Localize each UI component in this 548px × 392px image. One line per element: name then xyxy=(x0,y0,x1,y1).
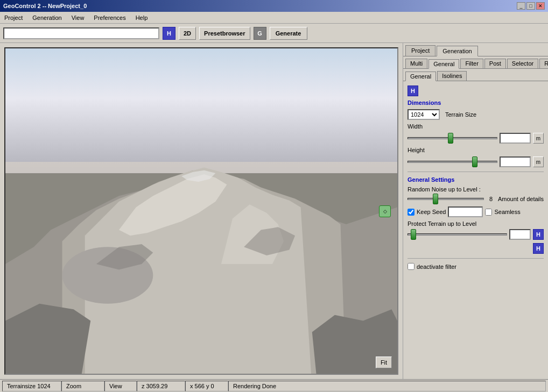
window-controls: _ □ ✕ xyxy=(517,2,545,10)
height-row: Height xyxy=(408,147,544,153)
status-z: z 3059.29 xyxy=(137,381,185,391)
protect-slider-container xyxy=(408,230,507,239)
seamless-label: Seamless xyxy=(494,209,520,215)
toolbar: H 2D Presetbrowser G Generate xyxy=(0,24,548,43)
extra-h-button[interactable]: H xyxy=(533,243,544,254)
height-unit-button[interactable]: m xyxy=(533,156,544,167)
random-noise-slider-track xyxy=(408,198,484,200)
dimensions-header: Dimensions xyxy=(408,99,544,106)
svg-marker-9 xyxy=(5,304,90,375)
tab-filter[interactable]: Filter xyxy=(460,59,483,68)
random-noise-slider-container xyxy=(408,195,484,203)
seamless-checkbox[interactable] xyxy=(485,209,492,216)
tab-isolines[interactable]: Isolines xyxy=(437,71,467,81)
2d-button[interactable]: 2D xyxy=(179,27,196,40)
generate-button[interactable]: Generate xyxy=(270,27,307,40)
title-bar: GeoControl 2 -- NewProject_0 _ □ ✕ xyxy=(0,0,548,12)
height-slider-track xyxy=(408,161,497,163)
width-slider-container xyxy=(408,134,497,142)
deactivate-filter-label: deactivate filter xyxy=(417,263,456,270)
deactivate-filter-checkbox[interactable] xyxy=(408,263,414,270)
protect-input[interactable]: 1 xyxy=(509,229,531,240)
width-unit-button[interactable]: m xyxy=(533,133,544,144)
height-control-row: 30000 m xyxy=(408,156,544,167)
tabs-third: General Isolines xyxy=(403,69,548,81)
tabs-second: Multi General Filter Post Selector Rende… xyxy=(403,56,548,69)
random-noise-value: 8 xyxy=(489,196,493,202)
g-button[interactable]: G xyxy=(254,27,266,40)
random-noise-control-row: 8 Amount of details xyxy=(408,195,544,203)
status-view: View xyxy=(104,381,137,391)
deactivate-filter-row: deactivate filter xyxy=(408,263,544,270)
width-row: Width xyxy=(408,123,544,130)
height-input[interactable]: 30000 xyxy=(500,156,531,167)
protect-slider-track xyxy=(408,233,507,236)
seed-input[interactable]: 2434437 xyxy=(448,206,483,217)
close-button[interactable]: ✕ xyxy=(536,2,545,10)
tab-generation[interactable]: Generation xyxy=(437,46,477,56)
menu-generation[interactable]: Generation xyxy=(30,13,64,22)
keep-seed-label: Keep Seed xyxy=(417,209,446,215)
tab-project[interactable]: Project xyxy=(405,45,435,56)
fit-button[interactable]: Fit xyxy=(376,357,392,368)
tabs-top: Project Generation xyxy=(403,43,548,56)
preset-browser-button[interactable]: Presetbrowser xyxy=(199,27,250,40)
panel-content: H Dimensions 1024 512 2048 Terrain Size … xyxy=(403,81,548,379)
width-label: Width xyxy=(408,123,434,130)
app-title: GeoControl 2 -- NewProject_0 xyxy=(3,3,87,9)
viewport-container: ◇ Fit xyxy=(0,43,403,379)
menu-project[interactable]: Project xyxy=(2,13,25,22)
main-area: ◇ Fit Project Generation Multi General F… xyxy=(0,43,548,379)
protect-h-button[interactable]: H xyxy=(533,229,544,240)
general-settings-header: General Settings xyxy=(408,176,544,183)
menu-preferences[interactable]: Preferences xyxy=(92,13,128,22)
terrain-size-row: 1024 512 2048 Terrain Size xyxy=(408,109,544,120)
width-control-row: 151413 m xyxy=(408,133,544,144)
menu-view[interactable]: View xyxy=(69,13,87,22)
status-terrainsize: Terrainsize 1024 xyxy=(2,381,61,391)
width-slider-track xyxy=(408,137,497,139)
status-bar: Terrainsize 1024 Zoom View z 3059.29 x 5… xyxy=(0,379,548,392)
viewport-toggle-button[interactable]: ◇ xyxy=(379,205,391,217)
tab-selector[interactable]: Selector xyxy=(507,59,538,68)
keep-seed-row: Keep Seed 2434437 Seamless xyxy=(408,206,544,217)
width-slider-thumb[interactable] xyxy=(448,133,453,144)
right-panel: Project Generation Multi General Filter … xyxy=(403,43,548,379)
status-rendering: Rendering Done xyxy=(228,381,546,391)
status-xy: x 566 y 0 xyxy=(185,381,228,391)
random-noise-slider-thumb[interactable] xyxy=(433,194,438,204)
random-noise-label: Random Noise up to Level : xyxy=(408,186,544,193)
amount-details-label: Amount of details xyxy=(498,196,544,202)
svg-rect-0 xyxy=(5,48,397,173)
separator-2 xyxy=(408,258,544,259)
keep-seed-checkbox[interactable] xyxy=(408,209,414,216)
menu-help[interactable]: Help xyxy=(134,13,150,22)
protect-slider-thumb[interactable] xyxy=(411,229,416,240)
protect-terrain-label: Protect Terrain up to Level xyxy=(408,220,544,227)
tab-general-sub[interactable]: General xyxy=(405,72,436,81)
width-input[interactable]: 151413 xyxy=(500,133,531,144)
menu-bar: Project Generation View Preferences Help xyxy=(0,12,548,24)
terrain-size-select[interactable]: 1024 512 2048 xyxy=(408,109,440,120)
toolbar-input[interactable] xyxy=(3,27,159,39)
tab-post[interactable]: Post xyxy=(484,59,506,68)
height-slider-container xyxy=(408,158,497,166)
status-zoom: Zoom xyxy=(61,381,104,391)
tab-general[interactable]: General xyxy=(428,59,459,69)
height-slider-thumb[interactable] xyxy=(472,156,477,167)
tab-multi[interactable]: Multi xyxy=(405,59,427,68)
separator-1 xyxy=(408,172,544,172)
height-label: Height xyxy=(408,147,434,153)
protect-control-row: 1 H xyxy=(408,229,544,240)
history-button[interactable]: H xyxy=(163,27,175,40)
maximize-button[interactable]: □ xyxy=(526,2,535,10)
viewport[interactable]: ◇ Fit xyxy=(4,47,398,375)
minimize-button[interactable]: _ xyxy=(517,2,525,10)
panel-h-button[interactable]: H xyxy=(408,85,418,96)
tab-render[interactable]: Render xyxy=(539,59,548,68)
terrain-svg xyxy=(5,48,397,375)
terrain-size-label: Terrain Size xyxy=(445,111,476,118)
